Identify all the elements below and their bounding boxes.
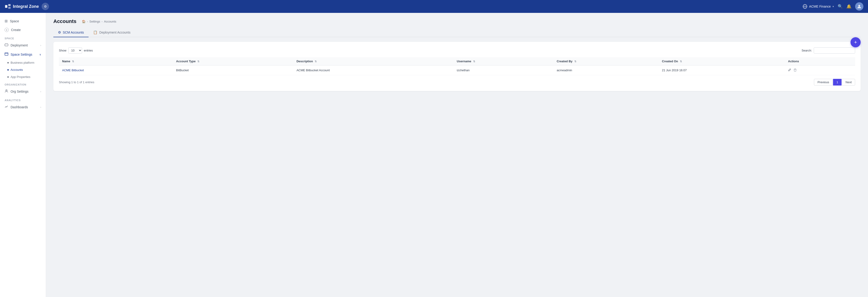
breadcrumb-sep2: - (102, 20, 102, 23)
table-header: Name ⇅ Account Type ⇅ Description ⇅ Us (59, 57, 855, 66)
sidebar-section-analytics: ANALYTICS (0, 96, 46, 102)
sidebar-item-create-label: Create (11, 28, 21, 32)
cell-description: ACME Bitbucket Account (293, 66, 454, 75)
description-sort-icon[interactable]: ⇅ (315, 60, 317, 63)
sidebar-item-org-settings-label: Org Settings (10, 90, 29, 93)
app-properties-dot (7, 76, 9, 78)
space-icon: ⊞ (5, 19, 8, 23)
sidebar-item-space[interactable]: ⊞ Space (0, 16, 46, 26)
top-nav-right: ACME Finance ▾ 🔍 🔔 (803, 2, 863, 10)
layout: ⊞ Space + Create SPACE Deployment › Spac… (0, 13, 868, 297)
user-avatar[interactable] (855, 2, 863, 10)
edit-account-button[interactable] (788, 68, 791, 72)
svg-rect-0 (5, 5, 7, 8)
add-account-button[interactable]: + (850, 37, 861, 47)
sidebar-section-space: SPACE (0, 34, 46, 41)
show-entries: Show 10 25 50 100 entries (59, 47, 93, 54)
breadcrumb-home-icon[interactable]: 🏠 (82, 20, 86, 23)
sidebar-item-create[interactable]: + Create (0, 26, 46, 34)
tab-scm-accounts[interactable]: ⚙ SCM Accounts (53, 28, 89, 37)
sidebar: ⊞ Space + Create SPACE Deployment › Spac… (0, 13, 46, 297)
created-by-sort-icon[interactable]: ⇅ (574, 60, 577, 63)
dashboards-icon (5, 105, 8, 109)
showing-text: Showing 1 to 1 of 1 entries (59, 80, 94, 84)
deployment-icon (5, 43, 8, 47)
sidebar-section-organization: ORGANIZATION (0, 80, 46, 87)
svg-rect-2 (8, 7, 10, 9)
tabs-container: ⚙ SCM Accounts 📋 Deployment Accounts (53, 28, 861, 37)
workspace-name: ACME Finance (809, 5, 831, 8)
org-settings-icon (5, 89, 8, 94)
col-account-type: Account Type ⇅ (173, 57, 293, 66)
search-label: Search: (802, 49, 812, 52)
account-type-sort-icon[interactable]: ⇅ (197, 60, 199, 63)
breadcrumb-accounts: Accounts (104, 20, 116, 23)
col-actions: Actions (785, 57, 855, 66)
sidebar-sub-item-app-properties[interactable]: App Properties (0, 73, 46, 80)
account-name-link[interactable]: ACME Bitbucket (62, 68, 84, 72)
pagination-row: Showing 1 to 1 of 1 entries Previous 1 N… (59, 79, 855, 86)
cell-account-type: BitBucket (173, 66, 293, 75)
delete-account-button[interactable] (794, 68, 797, 72)
col-name: Name ⇅ (59, 57, 173, 66)
top-nav-left: Integral Zone ⚙ (5, 3, 49, 10)
pagination-buttons: Previous 1 Next (814, 79, 855, 86)
deployment-tab-icon: 📋 (93, 30, 97, 34)
sidebar-item-space-settings-label: Space Settings (10, 53, 32, 56)
breadcrumb-sep1: - (87, 20, 88, 23)
svg-rect-10 (5, 53, 8, 56)
notifications-icon[interactable]: 🔔 (846, 4, 851, 9)
accounts-dot (7, 69, 9, 71)
logo-icon (5, 3, 11, 10)
logo[interactable]: Integral Zone (5, 3, 39, 10)
breadcrumb-settings-link[interactable]: Settings (90, 20, 100, 23)
cell-created-by: acmeadmin (553, 66, 659, 75)
sidebar-sub-item-accounts-label: Accounts (10, 68, 23, 71)
table-row: ACME Bitbucket BitBucket ACME Bitbucket … (59, 66, 855, 75)
sidebar-item-deployment[interactable]: Deployment › (0, 41, 46, 50)
breadcrumb: 🏠 - Settings - Accounts (82, 20, 116, 23)
create-icon: + (5, 28, 9, 32)
col-username: Username ⇅ (454, 57, 553, 66)
space-settings-icon (5, 52, 8, 57)
main-content: Accounts 🏠 - Settings - Accounts ⚙ SCM A… (46, 13, 868, 297)
username-sort-icon[interactable]: ⇅ (473, 60, 475, 63)
sidebar-sub-item-accounts[interactable]: Accounts (0, 66, 46, 73)
workspace-selector[interactable]: ACME Finance ▾ (803, 4, 834, 9)
sidebar-item-org-settings[interactable]: Org Settings › (0, 87, 46, 96)
controls-row: Show 10 25 50 100 entries Search: (59, 47, 855, 54)
settings-toggle-button[interactable]: ⚙ (42, 3, 49, 10)
workspace-chevron: ▾ (833, 5, 834, 8)
search-row: Search: (802, 47, 855, 54)
scm-tab-icon: ⚙ (58, 30, 61, 34)
page-1-button[interactable]: 1 (833, 79, 842, 86)
sidebar-item-deployment-label: Deployment (10, 43, 28, 47)
previous-button[interactable]: Previous (814, 79, 833, 86)
sidebar-sub-item-business-platform[interactable]: Business platform (0, 59, 46, 66)
workspace-icon (803, 4, 807, 9)
svg-rect-13 (794, 69, 796, 71)
cell-name: ACME Bitbucket (59, 66, 173, 75)
entries-label: entries (84, 49, 93, 52)
business-platform-dot (7, 62, 9, 63)
created-on-sort-icon[interactable]: ⇅ (680, 60, 682, 63)
sidebar-item-dashboards[interactable]: Dashboards › (0, 102, 46, 112)
tab-scm-label: SCM Accounts (63, 31, 84, 34)
space-settings-chevron: ∨ (39, 53, 41, 56)
entries-select[interactable]: 10 25 50 100 (68, 47, 82, 54)
svg-point-6 (858, 5, 860, 7)
cell-actions (785, 66, 855, 75)
cell-username: izchethan (454, 66, 553, 75)
sidebar-item-space-settings[interactable]: Space Settings ∨ (0, 50, 46, 59)
deployment-chevron: › (40, 44, 41, 47)
page-title: Accounts (53, 19, 76, 24)
next-button[interactable]: Next (842, 79, 855, 86)
search-input[interactable] (814, 47, 855, 54)
name-sort-icon[interactable]: ⇅ (72, 60, 74, 63)
sidebar-item-dashboards-label: Dashboards (10, 105, 28, 109)
dashboards-chevron: › (40, 106, 41, 108)
tab-deployment-accounts[interactable]: 📋 Deployment Accounts (89, 28, 135, 37)
col-created-on: Created On ⇅ (659, 57, 785, 66)
search-nav-icon[interactable]: 🔍 (838, 4, 843, 9)
col-description: Description ⇅ (293, 57, 454, 66)
